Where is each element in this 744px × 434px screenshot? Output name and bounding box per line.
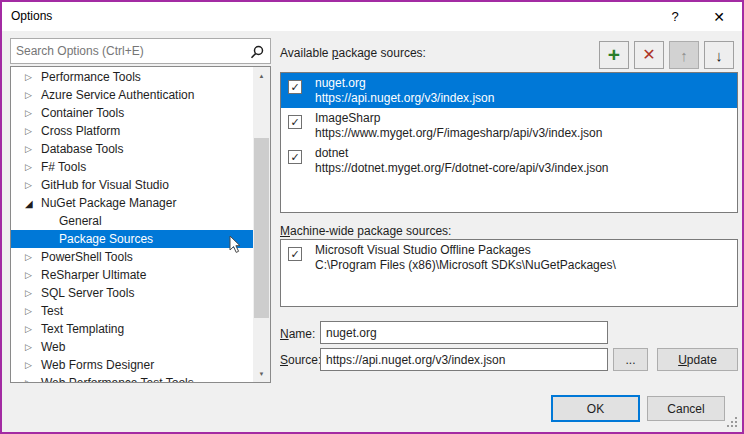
update-button[interactable]: Update (657, 348, 738, 371)
close-icon: ✕ (713, 9, 725, 25)
collapsed-arrow-icon[interactable]: ▷ (25, 288, 37, 298)
tree-item-web-performance-test-tools[interactable]: ▷Web Performance Test Tools (11, 374, 253, 382)
tree-item-test[interactable]: ▷Test (11, 302, 253, 320)
options-dialog: Options ? ✕ ▷Performance Tools▷Azure Ser… (0, 0, 744, 434)
collapsed-arrow-icon[interactable]: ▷ (25, 162, 37, 172)
source-name: dotnet (315, 146, 348, 160)
resize-grip[interactable] (727, 417, 738, 428)
tree-item-general[interactable]: General (11, 212, 253, 230)
tree-item-label: Performance Tools (41, 70, 141, 84)
collapsed-arrow-icon[interactable]: ▷ (25, 90, 37, 100)
collapsed-arrow-icon[interactable]: ▷ (25, 252, 37, 262)
package-source-row[interactable]: ✓ImageSharphttps://www.myget.org/F/image… (281, 108, 737, 143)
source-checkbox[interactable]: ✓ (288, 150, 302, 164)
remove-source-button[interactable]: ✕ (634, 41, 664, 69)
tree-item-label: GitHub for Visual Studio (41, 178, 169, 192)
source-checkbox[interactable]: ✓ (288, 80, 302, 94)
machine-sources-label: Machine-wide package sources: (280, 224, 451, 238)
source-checkbox[interactable]: ✓ (288, 115, 302, 129)
tree-item-text-templating[interactable]: ▷Text Templating (11, 320, 253, 338)
window-title: Options (11, 9, 52, 23)
scroll-thumb[interactable] (254, 138, 269, 318)
package-source-row[interactable]: ✓Microsoft Visual Studio Offline Package… (281, 240, 737, 275)
title-bar[interactable]: Options ? ✕ (2, 2, 742, 31)
tree-item-label: Web Performance Test Tools (41, 376, 194, 382)
source-input[interactable] (320, 348, 608, 371)
tree-item-label: ReSharper Ultimate (41, 268, 146, 282)
collapsed-arrow-icon[interactable]: ▷ (25, 72, 37, 82)
tree-item-label: F# Tools (41, 160, 86, 174)
tree-item-f-tools[interactable]: ▷F# Tools (11, 158, 253, 176)
add-source-button[interactable]: + (599, 41, 629, 69)
expanded-arrow-icon[interactable]: ◢ (25, 198, 37, 209)
source-name: ImageSharp (315, 111, 380, 125)
tree-scrollbar[interactable]: ▲ ▼ (253, 67, 270, 382)
collapsed-arrow-icon[interactable]: ▷ (25, 108, 37, 118)
tree-item-label: PowerShell Tools (41, 250, 133, 264)
tree-item-label: Cross Platform (41, 124, 120, 138)
scroll-up-button[interactable]: ▲ (253, 67, 270, 84)
source-label: Source: (280, 353, 321, 367)
available-sources-label: Available package sources: (280, 46, 426, 60)
collapsed-arrow-icon[interactable]: ▷ (25, 270, 37, 280)
collapsed-arrow-icon[interactable]: ▷ (25, 126, 37, 136)
collapsed-arrow-icon[interactable]: ▷ (25, 306, 37, 316)
x-icon: ✕ (642, 47, 655, 63)
collapsed-arrow-icon[interactable]: ▷ (25, 180, 37, 190)
tree-item-container-tools[interactable]: ▷Container Tools (11, 104, 253, 122)
tree-item-package-sources[interactable]: Package Sources (11, 230, 253, 248)
close-button[interactable]: ✕ (702, 2, 736, 31)
name-label: Name: (280, 327, 315, 341)
down-arrow-icon: ↓ (715, 48, 723, 63)
tree-item-web[interactable]: ▷Web (11, 338, 253, 356)
help-icon: ? (671, 9, 678, 24)
scroll-down-button[interactable]: ▼ (253, 365, 270, 382)
tree-item-web-forms-designer[interactable]: ▷Web Forms Designer (11, 356, 253, 374)
tree-item-database-tools[interactable]: ▷Database Tools (11, 140, 253, 158)
tree-item-nuget-package-manager[interactable]: ◢NuGet Package Manager (11, 194, 253, 212)
collapsed-arrow-icon[interactable]: ▷ (25, 378, 37, 382)
plus-icon: + (608, 44, 620, 65)
collapsed-arrow-icon[interactable]: ▷ (25, 342, 37, 352)
available-sources-list: ✓nuget.orghttps://api.nuget.org/v3/index… (280, 72, 738, 213)
tree-item-label: Database Tools (41, 142, 124, 156)
cancel-button[interactable]: Cancel (647, 396, 725, 421)
collapsed-arrow-icon[interactable]: ▷ (25, 324, 37, 334)
source-checkbox[interactable]: ✓ (288, 247, 302, 261)
search-input[interactable] (16, 40, 244, 62)
tree-item-powershell-tools[interactable]: ▷PowerShell Tools (11, 248, 253, 266)
options-tree: ▷Performance Tools▷Azure Service Authent… (10, 66, 271, 383)
source-name: nuget.org (315, 76, 366, 90)
tree-item-label: NuGet Package Manager (41, 196, 176, 210)
tree-item-cross-platform[interactable]: ▷Cross Platform (11, 122, 253, 140)
move-down-button[interactable]: ↓ (704, 41, 734, 69)
ok-button[interactable]: OK (551, 395, 640, 422)
source-url: https://api.nuget.org/v3/index.json (315, 91, 494, 105)
tree-item-label: Text Templating (41, 322, 124, 336)
source-name: Microsoft Visual Studio Offline Packages (315, 243, 531, 257)
package-source-row[interactable]: ✓dotnethttps://dotnet.myget.org/F/dotnet… (281, 143, 737, 178)
move-up-button[interactable]: ↑ (669, 41, 699, 69)
tree-item-label: Web (41, 340, 65, 354)
tree-item-label: Web Forms Designer (41, 358, 154, 372)
collapsed-arrow-icon[interactable]: ▷ (25, 360, 37, 370)
name-input[interactable] (320, 321, 608, 344)
search-box (10, 38, 271, 64)
tree-item-label: Container Tools (41, 106, 124, 120)
tree-item-label: General (59, 214, 102, 228)
source-url: https://www.myget.org/F/imagesharp/api/v… (315, 126, 602, 140)
collapsed-arrow-icon[interactable]: ▷ (25, 144, 37, 154)
machine-sources-list: ✓Microsoft Visual Studio Offline Package… (280, 239, 738, 307)
tree-item-azure-service-authentication[interactable]: ▷Azure Service Authentication (11, 86, 253, 104)
tree-item-label: Test (41, 304, 63, 318)
tree-item-sql-server-tools[interactable]: ▷SQL Server Tools (11, 284, 253, 302)
help-button[interactable]: ? (658, 2, 692, 31)
tree-item-resharper-ultimate[interactable]: ▷ReSharper Ultimate (11, 266, 253, 284)
options-tree-inner: ▷Performance Tools▷Azure Service Authent… (11, 68, 253, 382)
tree-item-performance-tools[interactable]: ▷Performance Tools (11, 68, 253, 86)
tree-item-label: Package Sources (59, 232, 153, 246)
browse-button[interactable]: ... (613, 348, 648, 371)
tree-item-github-for-visual-studio[interactable]: ▷GitHub for Visual Studio (11, 176, 253, 194)
package-source-row[interactable]: ✓nuget.orghttps://api.nuget.org/v3/index… (281, 73, 737, 108)
search-icon[interactable] (250, 45, 264, 59)
